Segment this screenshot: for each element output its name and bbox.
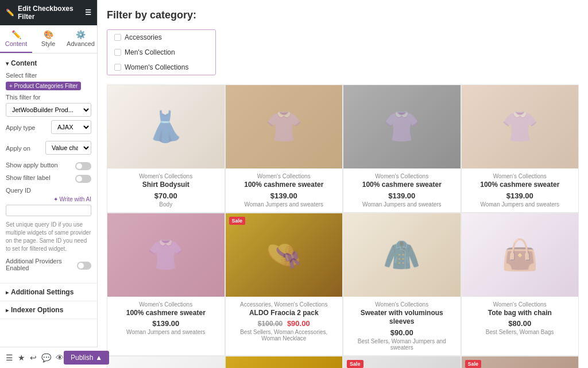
apply-on-label: Apply on (6, 145, 30, 152)
product-tags-p5: Woman Jumpers and sweaters (112, 329, 220, 335)
product-name-p6: ALDO Fraocia 2 pack (230, 309, 338, 318)
bottom-icon-undo[interactable]: ↩ (30, 353, 37, 362)
bottom-bar: ☰ ★ ↩ 💬 👁 Publish ▲ (0, 347, 98, 368)
product-image-p6: Sale 👒 (226, 213, 343, 297)
product-card-p11[interactable]: Sale 🕶️ (343, 356, 461, 368)
this-filter-select[interactable]: JetWooBuilder Prod... (6, 103, 91, 117)
product-info-p1: Women's Collections Shirt Bodysuit $70.0… (107, 168, 225, 212)
product-image-p11: Sale 🕶️ (343, 356, 461, 368)
additional-settings-section[interactable]: Additional Settings (0, 283, 97, 301)
filter-checkbox-womens (114, 64, 121, 71)
show-filter-label-toggle[interactable] (75, 175, 91, 183)
apply-type-select[interactable]: AJAX (51, 120, 91, 134)
additional-providers-label: Additional Providers Enabled (6, 258, 77, 271)
bottom-icons: ☰ ★ ↩ 💬 👁 (6, 353, 64, 362)
product-price-p6: $100.00 $90.00 (230, 319, 338, 328)
product-card-p8[interactable]: 👜 Women's Collections Tote bag with chai… (461, 213, 579, 356)
show-filter-label-row: Show filter label (6, 174, 91, 183)
main-content: Filter by category: Accessories Men's Co… (98, 0, 588, 368)
product-category-p1: Women's Collections (112, 173, 220, 179)
sale-badge-p6: Sale (229, 217, 246, 225)
additional-providers-row: Additional Providers Enabled (6, 258, 91, 274)
indexer-options-title: Indexer Options (6, 306, 91, 314)
filter-tag[interactable]: + Product Categories Filter (6, 82, 81, 90)
product-name-10096: 100% cashmere sweater (230, 181, 338, 190)
filter-item-mens[interactable]: Men's Collection (107, 45, 215, 60)
filter-item-womens[interactable]: Women's Collections (107, 60, 215, 75)
product-name-p3: 100% cashmere sweater (348, 181, 456, 190)
product-tags-p7: Best Sellers, Woman Jumpers and sweaters (348, 338, 456, 351)
apply-type-row: Apply type AJAX (6, 120, 91, 137)
product-name-10090: 100% cashmere sweater (466, 181, 574, 190)
product-card-p6[interactable]: Sale 👒 Accessories, Women's Collections … (225, 213, 343, 356)
product-image-p12: Sale 😎 (462, 356, 579, 368)
filter-item-accessories[interactable]: Accessories (107, 30, 215, 45)
product-card-p5[interactable]: 👚 Women's Collections 100% cashmere swea… (107, 213, 225, 356)
publish-button[interactable]: Publish ▲ (64, 351, 109, 365)
product-card-10090[interactable]: 👚 Women's Collections 100% cashmere swea… (461, 85, 579, 213)
product-info-10096: Women's Collections 100% cashmere sweate… (226, 168, 343, 212)
product-name-p1: Shirt Bodysuit (112, 181, 220, 190)
product-card-10096[interactable]: 👚 Women's Collections 100% cashmere swea… (225, 85, 343, 213)
product-image-p7: 🧥 (343, 213, 461, 297)
product-name-p7: Sweater with voluminous sleeves (348, 309, 456, 327)
product-card-p12[interactable]: Sale 😎 (461, 356, 579, 368)
product-grid: 👗 Women's Collections Shirt Bodysuit $70… (107, 85, 579, 368)
menu-icon[interactable]: ☰ (85, 9, 91, 17)
product-card-p1[interactable]: 👗 Women's Collections Shirt Bodysuit $70… (107, 85, 225, 213)
publish-label: Publish (71, 354, 93, 362)
product-category-p3: Women's Collections (348, 173, 456, 179)
bottom-icon-star[interactable]: ★ (18, 353, 25, 362)
product-card-p7[interactable]: 🧥 Women's Collections Sweater with volum… (343, 213, 461, 356)
left-panel: ✏️ Edit Checkboxes Filter ☰ ✏️ Content 🎨… (0, 0, 98, 368)
panel-header-left: ✏️ Edit Checkboxes Filter (6, 5, 85, 21)
advanced-tab-label: Advanced (67, 40, 95, 47)
additional-providers-toggle[interactable] (77, 262, 91, 270)
panel-header: ✏️ Edit Checkboxes Filter ☰ (0, 0, 97, 25)
panel-title: Edit Checkboxes Filter (18, 5, 85, 21)
product-category-10090: Women's Collections (466, 173, 574, 179)
product-image-p10: 🧥 (226, 356, 343, 368)
show-apply-button-row: Show apply button (6, 162, 91, 171)
query-id-input[interactable] (6, 205, 91, 216)
indexer-options-section[interactable]: Indexer Options (0, 301, 97, 319)
filter-label-womens: Women's Collections (125, 63, 188, 71)
this-filter-for-label: This filter for (6, 94, 91, 101)
product-price-10096: $139.00 (230, 191, 338, 200)
product-tags-p6: Best Sellers, Woman Accessories, Woman N… (230, 329, 338, 342)
bottom-icon-preview[interactable]: 👁 (56, 353, 64, 362)
product-price-p3: $139.00 (348, 191, 456, 200)
show-apply-button-toggle[interactable] (75, 162, 91, 170)
bottom-icon-menu[interactable]: ☰ (6, 353, 13, 362)
product-card-p10[interactable]: 🧥 (225, 356, 343, 368)
panel-tabs: ✏️ Content 🎨 Style ⚙️ Advanced (0, 25, 97, 53)
filter-checkbox-accessories (114, 34, 121, 41)
bottom-icon-chat[interactable]: 💬 (41, 353, 51, 362)
product-name-p8: Tote bag with chain (466, 309, 574, 318)
product-info-p3: Women's Collections 100% cashmere sweate… (343, 168, 461, 212)
product-card-p3[interactable]: 👚 Women's Collections 100% cashmere swea… (343, 85, 461, 213)
content-section: Content Select filter + Product Categori… (0, 53, 97, 283)
tab-advanced[interactable]: ⚙️ Advanced (64, 25, 97, 53)
product-info-p7: Women's Collections Sweater with volumin… (343, 297, 461, 355)
product-image-p9: 👗 (107, 356, 225, 368)
edit-icon: ✏️ (6, 9, 14, 17)
advanced-tab-icon: ⚙️ (67, 30, 95, 39)
filter-dropdown: Accessories Men's Collection Women's Col… (107, 29, 216, 75)
filter-label-mens: Men's Collection (125, 48, 175, 56)
additional-settings-title: Additional Settings (6, 288, 91, 296)
apply-on-select[interactable]: Value change (45, 141, 91, 155)
product-card-p9[interactable]: 👗 (107, 356, 225, 368)
product-info-p8: Women's Collections Tote bag with chain … (462, 297, 579, 340)
apply-on-row: Apply on Value change (6, 141, 91, 158)
style-tab-icon: 🎨 (34, 30, 62, 39)
product-tags-p3: Woman Jumpers and sweaters (348, 201, 456, 208)
product-price-p8: $80.00 (466, 319, 574, 328)
filter-label-accessories: Accessories (125, 33, 162, 41)
product-category-p5: Women's Collections (112, 301, 220, 308)
write-ai-button[interactable]: ✦ Write with AI (53, 196, 91, 202)
sale-badge-p12: Sale (465, 360, 482, 368)
tab-content[interactable]: ✏️ Content (0, 25, 32, 53)
product-image-10096: 👚 (226, 85, 343, 168)
tab-style[interactable]: 🎨 Style (32, 25, 64, 53)
